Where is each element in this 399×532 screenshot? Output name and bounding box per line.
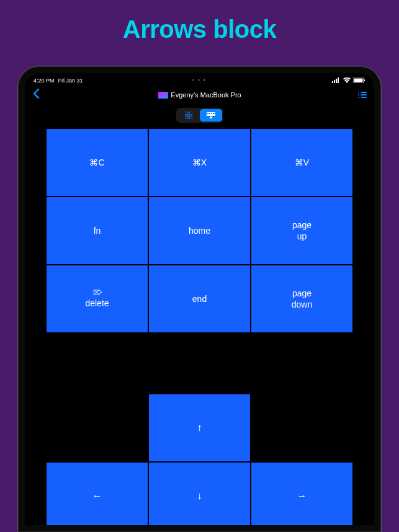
back-button[interactable] (32, 88, 40, 102)
key-home[interactable]: home (149, 197, 250, 264)
page-title: Arrows block (0, 0, 399, 56)
key-arrow-right[interactable]: → (251, 463, 352, 525)
empty-cell (47, 394, 148, 461)
svg-rect-7 (185, 112, 188, 115)
key-page-up[interactable]: page up (251, 197, 352, 264)
svg-rect-10 (189, 116, 192, 119)
device-name: Evgeny's MacBook Pro (171, 91, 241, 99)
key-fn[interactable]: fn (47, 197, 148, 264)
nav-bar: Evgeny's MacBook Pro (25, 86, 374, 104)
svg-rect-14 (211, 113, 212, 114)
svg-rect-15 (213, 113, 215, 114)
svg-rect-13 (209, 113, 210, 114)
shortcuts-grid: ⌘C ⌘X ⌘V fn home page up ⌦delete end pag… (47, 129, 352, 332)
signal-icon (332, 78, 341, 83)
svg-rect-5 (354, 79, 363, 82)
laptop-icon (158, 92, 168, 99)
key-delete[interactable]: ⌦delete (47, 265, 148, 332)
svg-rect-1 (334, 80, 335, 83)
arrows-grid: ↑ ← ↓ → (47, 394, 352, 525)
svg-rect-0 (332, 81, 333, 83)
key-cmd-x[interactable]: ⌘X (149, 129, 250, 196)
key-page-down[interactable]: page down (251, 265, 352, 332)
key-cmd-v[interactable]: ⌘V (251, 129, 352, 196)
key-end[interactable]: end (149, 265, 250, 332)
segment-keyboard-view[interactable] (200, 109, 222, 122)
battery-icon (353, 78, 365, 83)
view-segmented-control (176, 108, 223, 123)
key-arrow-down[interactable]: ↓ (149, 463, 250, 525)
ipad-screen: 4:20 PM Fri Jan 31 • • • (25, 73, 374, 525)
svg-rect-12 (207, 113, 208, 114)
svg-rect-6 (364, 79, 365, 81)
nav-title: Evgeny's MacBook Pro (158, 91, 241, 99)
wifi-icon (343, 78, 351, 83)
key-arrow-left[interactable]: ← (47, 463, 148, 525)
list-icon[interactable] (358, 92, 367, 98)
content-area: ⌘C ⌘X ⌘V fn home page up ⌦delete end pag… (25, 129, 374, 525)
multitask-dots[interactable]: • • • (192, 77, 207, 82)
svg-rect-3 (338, 78, 339, 83)
svg-rect-9 (185, 116, 188, 119)
svg-rect-8 (189, 112, 192, 115)
svg-rect-2 (336, 79, 337, 83)
ipad-frame: 4:20 PM Fri Jan 31 • • • (18, 66, 381, 532)
key-arrow-up[interactable]: ↑ (149, 394, 250, 461)
status-time: 4:20 PM (34, 78, 55, 84)
status-date: Fri Jan 31 (58, 78, 83, 84)
empty-cell (251, 394, 352, 461)
svg-rect-16 (210, 117, 212, 118)
segment-grid-view[interactable] (177, 109, 200, 122)
status-bar: 4:20 PM Fri Jan 31 • • • (25, 73, 374, 86)
key-cmd-c[interactable]: ⌘C (47, 129, 148, 196)
